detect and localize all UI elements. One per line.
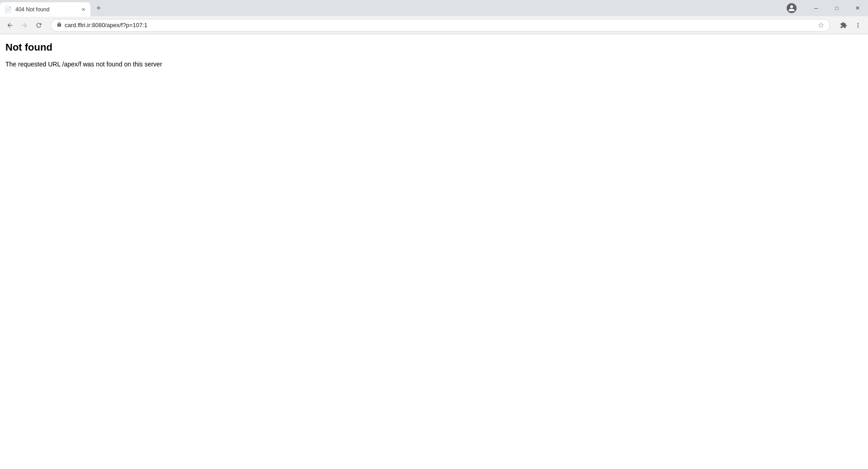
error-heading: Not found — [5, 42, 863, 53]
error-body-text: The requested URL /apex/f was not found … — [5, 61, 863, 68]
tab-page-icon: 📄 — [5, 6, 12, 13]
back-button[interactable] — [4, 19, 16, 32]
more-menu-button[interactable] — [852, 19, 864, 32]
bookmark-icon[interactable]: ☆ — [818, 21, 824, 29]
security-icon — [57, 21, 62, 29]
profile-icon — [787, 3, 797, 13]
browser-right-controls — [837, 19, 864, 32]
forward-button[interactable] — [18, 19, 31, 32]
close-button[interactable]: ✕ — [847, 0, 868, 16]
minimize-button[interactable]: ─ — [806, 0, 826, 16]
profile-area[interactable] — [785, 2, 798, 14]
extensions-button[interactable] — [837, 19, 850, 32]
page-content: Not found The requested URL /apex/f was … — [0, 34, 868, 469]
new-tab-button[interactable]: + — [92, 2, 105, 14]
window-controls: ─ □ ✕ — [806, 0, 868, 16]
navigation-bar: ☆ — [0, 16, 868, 34]
maximize-button[interactable]: □ — [826, 0, 847, 16]
active-tab[interactable]: 📄 404 Not found ✕ — [0, 2, 90, 17]
tab-bar: 📄 404 Not found ✕ + — [0, 0, 868, 16]
tab-title: 404 Not found — [15, 6, 76, 13]
refresh-button[interactable] — [33, 19, 45, 32]
tab-close-button[interactable]: ✕ — [80, 6, 87, 13]
url-input[interactable] — [65, 22, 815, 28]
address-bar[interactable]: ☆ — [51, 19, 830, 32]
